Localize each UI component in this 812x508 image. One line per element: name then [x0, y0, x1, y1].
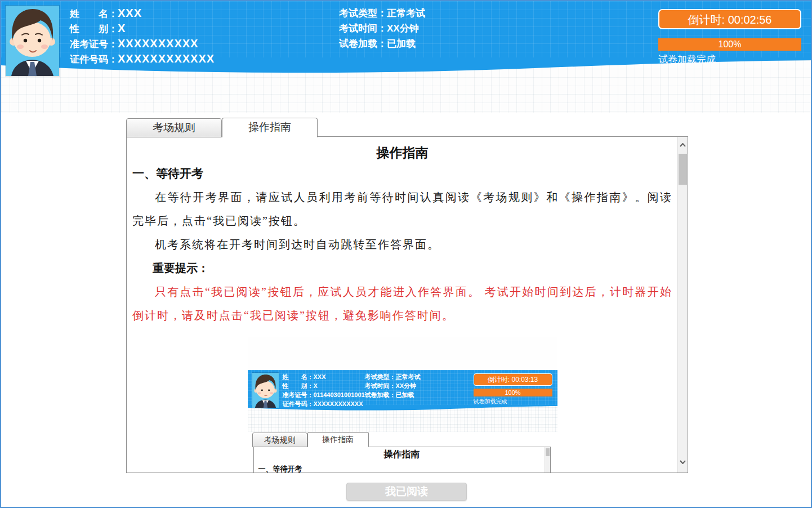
field-label: 姓 名：	[70, 8, 118, 19]
field-value: X	[314, 382, 318, 389]
scroll-up-icon[interactable]	[678, 140, 688, 150]
embedded-exam-info: 考试类型：正常考试 考试时间：XX分钟 试卷加载：已加载	[365, 372, 421, 399]
candidate-info: 姓 名：XXX 性 别：X 准考证号：XXXXXXXXXX 证件号码：XXXXX…	[70, 6, 215, 66]
guide-title: 操作指南	[132, 144, 672, 162]
embedded-candidate-info: 姓 名：XXX 性 别：X 准考证号：011440301001001 证件号码：…	[283, 372, 365, 408]
rules-guide-tabs: 考场规则操作指南	[126, 118, 318, 137]
embedded-candidate-gender: 性 别：X	[283, 381, 365, 390]
embedded-tab-exam-rules: 考场规则	[252, 433, 307, 447]
i-have-read-button[interactable]: 我已阅读	[346, 483, 467, 501]
tab-exam-rules[interactable]: 考场规则	[126, 118, 222, 137]
load-progress-caption: 试卷加载完成	[658, 53, 801, 66]
embedded-load-progress-caption: 试卷加载完成	[474, 398, 552, 405]
important-notice-text: 只有点击“我已阅读”按钮后，应试人员才能进入作答界面。 考试开始时间到达后，计时…	[132, 280, 672, 327]
embedded-guide-title: 操作指南	[254, 449, 550, 461]
field-label: 证件号码：	[70, 54, 118, 65]
embedded-tab-operation-guide: 操作指南	[307, 432, 369, 447]
embedded-scrollbar	[545, 447, 550, 473]
field-value: 011440301001001	[314, 391, 365, 398]
embedded-candidate-id-number: 证件号码：XXXXXXXXXXXX	[283, 399, 365, 408]
scrollbar-thumb[interactable]	[679, 154, 687, 185]
exam-info: 考试类型：正常考试 考试时间：XX分钟 试卷加载：已加载	[339, 6, 425, 51]
embedded-tabs: 考场规则操作指南	[252, 432, 369, 447]
field-value: X	[118, 22, 126, 34]
embedded-top-margin	[248, 337, 557, 370]
field-label: 性 别：	[283, 382, 314, 389]
field-label: 证件号码：	[283, 400, 314, 407]
embedded-content-panel: 操作指南 一、等待开考	[253, 447, 551, 473]
field-value: XXXXXXXXXX	[118, 37, 198, 50]
field-value: XXXXXXXXXXXX	[314, 400, 363, 407]
guide-section-heading: 一、等待开考	[132, 162, 672, 185]
content-scrollbar[interactable]	[677, 137, 688, 473]
field-label: 姓 名：	[283, 373, 314, 380]
exam-duration: 考试时间：XX分钟	[339, 21, 425, 36]
timer-area: 倒计时: 00:02:56 100% 试卷加载完成	[658, 9, 801, 66]
guide-content: 操作指南 一、等待开考 在等待开考界面，请应试人员利用考前等待时间认真阅读《考场…	[127, 137, 678, 473]
candidate-ticket-number: 准考证号：XXXXXXXXXX	[70, 36, 215, 51]
paper-load-status: 试卷加载：已加载	[339, 36, 425, 51]
embedded-header: 姓 名：XXX 性 别：X 准考证号：011440301001001 证件号码：…	[248, 370, 557, 432]
embedded-scrollbar-thumb	[546, 448, 550, 456]
load-progress-bar: 100%	[658, 38, 801, 51]
candidate-photo	[6, 6, 59, 76]
candidate-id-number: 证件号码：XXXXXXXXXXXX	[70, 51, 215, 66]
embedded-guide-section-heading: 一、等待开考	[254, 464, 550, 473]
field-value: XXXXXXXXXXXX	[118, 52, 215, 65]
page-header: 姓 名：XXX 性 别：X 准考证号：XXXXXXXXXX 证件号码：XXXXX…	[1, 1, 811, 113]
exam-type: 考试类型：正常考试	[339, 6, 425, 21]
embedded-exam-type: 考试类型：正常考试	[365, 372, 421, 381]
embedded-candidate-ticket-number: 准考证号：011440301001001	[283, 390, 365, 399]
field-label: 准考证号：	[283, 391, 314, 398]
embedded-paper-load-status: 试卷加载：已加载	[365, 390, 421, 399]
embedded-exam-duration: 考试时间：XX分钟	[365, 381, 421, 390]
field-value: XXX	[314, 373, 326, 380]
embedded-load-progress-bar: 100%	[474, 389, 552, 396]
guide-paragraph: 在等待开考界面，请应试人员利用考前等待时间认真阅读《考场规则》和《操作指南》。阅…	[132, 185, 672, 233]
field-label: 性 别：	[70, 24, 118, 34]
important-notice-heading: 重要提示：	[132, 256, 672, 280]
guide-paragraph: 机考系统将在开考时间到达时自动跳转至作答界面。	[132, 233, 672, 256]
countdown-timer: 倒计时: 00:02:56	[658, 9, 801, 29]
embedded-timer-area: 倒计时: 00:03:13 100% 试卷加载完成	[474, 373, 552, 405]
embedded-candidate-name: 姓 名：XXX	[283, 372, 365, 381]
guide-content-panel: 操作指南 一、等待开考 在等待开考界面，请应试人员利用考前等待时间认真阅读《考场…	[126, 136, 688, 473]
embedded-guide-screenshot: 姓 名：XXX 性 别：X 准考证号：011440301001001 证件号码：…	[248, 337, 557, 473]
candidate-name: 姓 名：XXX	[70, 6, 215, 21]
field-value: XXX	[118, 7, 142, 19]
tab-operation-guide[interactable]: 操作指南	[222, 118, 318, 137]
field-label: 准考证号：	[70, 39, 118, 50]
exam-waiting-page: { "header": { "accent_color": "#f57e20",…	[0, 0, 812, 508]
embedded-candidate-photo	[252, 373, 279, 408]
embedded-countdown-timer: 倒计时: 00:03:13	[474, 373, 552, 386]
scroll-down-icon[interactable]	[678, 457, 688, 467]
candidate-gender: 性 别：X	[70, 21, 215, 36]
